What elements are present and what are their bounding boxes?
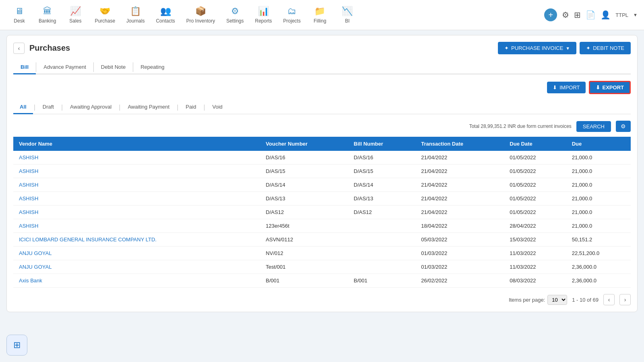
cell-5: 21,000.0 bbox=[566, 178, 631, 192]
vendor-cell: ASHISH bbox=[13, 151, 260, 165]
cell-2 bbox=[348, 247, 415, 260]
table-row: ASHISHD/AS/13D/AS/1321/04/202201/05/2022… bbox=[13, 192, 631, 206]
cell-5: 50,151.2 bbox=[566, 233, 631, 247]
settings-icon: ⚙ bbox=[231, 6, 239, 16]
vendor-link[interactable]: ASHISH bbox=[19, 195, 38, 202]
prev-page-button[interactable]: ‹ bbox=[603, 294, 615, 305]
cell-2: D/AS/13 bbox=[348, 192, 415, 206]
nav-item-journals[interactable]: 📋Journals bbox=[122, 3, 149, 27]
search-button[interactable]: SEARCH bbox=[576, 121, 611, 132]
reports-label: Reports bbox=[255, 18, 272, 24]
vendor-link[interactable]: ASHISH bbox=[19, 154, 38, 160]
main-content: ‹ Purchases ✦ PURCHASE INVOICE ▼ ✦ DEBIT… bbox=[6, 35, 638, 312]
cell-2: B/001 bbox=[348, 274, 415, 288]
nav-item-settings[interactable]: ⚙Settings bbox=[221, 3, 248, 27]
purchase-icon: 🤝 bbox=[99, 6, 110, 16]
nav-item-sales[interactable]: 📈Sales bbox=[62, 3, 88, 27]
next-page-button[interactable]: › bbox=[619, 294, 631, 305]
nav-item-banking[interactable]: 🏛Banking bbox=[34, 3, 61, 27]
cell-2 bbox=[348, 219, 415, 233]
table-row: ANJU GOYALNV/01201/03/202211/03/202222,5… bbox=[13, 247, 631, 260]
per-page-select[interactable]: 10 25 50 bbox=[547, 295, 567, 305]
filter-tab-all[interactable]: All bbox=[13, 101, 33, 114]
tab-advance_payment[interactable]: Advance Payment bbox=[36, 61, 93, 74]
nav-item-purchase[interactable]: 🤝Purchase bbox=[90, 3, 120, 27]
vendor-link[interactable]: ASHISH bbox=[19, 182, 38, 188]
cell-5: 22,51,200.0 bbox=[566, 247, 631, 260]
debit-note-button[interactable]: ✦ DEBIT NOTE bbox=[580, 42, 631, 54]
page-info: 1 - 10 of 69 bbox=[572, 297, 599, 303]
nav-item-projects[interactable]: 🗂Projects bbox=[279, 3, 305, 27]
tab-repeating[interactable]: Repeating bbox=[133, 61, 171, 74]
back-button[interactable]: ‹ bbox=[13, 43, 25, 54]
table-row: ANJU GOYALTest/00101/03/202211/03/20222,… bbox=[13, 260, 631, 274]
contacts-icon: 👥 bbox=[160, 6, 171, 16]
nav-item-bi[interactable]: 📉BI bbox=[334, 3, 360, 27]
add-button[interactable]: + bbox=[544, 8, 557, 21]
nav-item-reports[interactable]: 📊Reports bbox=[250, 3, 277, 27]
contacts-label: Contacts bbox=[156, 18, 175, 24]
doc-icon[interactable]: 📄 bbox=[586, 10, 596, 20]
nav-item-contacts[interactable]: 👥Contacts bbox=[151, 3, 180, 27]
vendor-link[interactable]: Axis Bank bbox=[19, 278, 42, 284]
pro_inventory-icon: 📦 bbox=[195, 6, 206, 16]
export-button[interactable]: ⬇ EXPORT bbox=[589, 81, 631, 94]
vendor-link[interactable]: ANJU GOYAL bbox=[19, 250, 52, 256]
company-name[interactable]: TTPL bbox=[615, 12, 628, 18]
vendor-link[interactable]: ASHISH bbox=[19, 223, 38, 229]
purchase-invoice-button[interactable]: ✦ PURCHASE INVOICE ▼ bbox=[498, 42, 576, 54]
bills-table: Vendor NameVoucher NumberBill NumberTran… bbox=[13, 137, 631, 288]
filter-divider-1: | bbox=[33, 104, 36, 111]
nav-item-pro_inventory[interactable]: 📦Pro Inventory bbox=[182, 3, 220, 27]
nav-item-desk[interactable]: 🖥Desk bbox=[6, 3, 32, 27]
filter-divider-4: | bbox=[176, 104, 179, 111]
cell-1: 123er456t bbox=[260, 219, 348, 233]
items-per-page-label: Items per page: bbox=[509, 297, 545, 303]
main-tabs: BillAdvance PaymentDebit NoteRepeating bbox=[13, 61, 631, 74]
tab-bill[interactable]: Bill bbox=[13, 61, 36, 74]
sales-icon: 📈 bbox=[70, 6, 81, 16]
company-dropdown-arrow[interactable]: ▼ bbox=[633, 12, 638, 17]
filter-tab-awaiting_payment[interactable]: Awaiting Payment bbox=[121, 101, 176, 114]
cell-4: 01/05/2022 bbox=[504, 151, 566, 165]
filter-tab-paid[interactable]: Paid bbox=[179, 101, 202, 114]
cell-3: 05/03/2022 bbox=[415, 233, 504, 247]
page-header-left: ‹ Purchases bbox=[13, 43, 70, 54]
cell-3: 18/04/2022 bbox=[415, 219, 504, 233]
nav-item-filling[interactable]: 📁Filling bbox=[307, 3, 333, 27]
cell-3: 21/04/2022 bbox=[415, 178, 504, 192]
table-row: Axis BankB/001B/00126/02/202208/03/20222… bbox=[13, 274, 631, 288]
vendor-link[interactable]: ICICI LOMBARD GENERAL INSURANCE COMPANY … bbox=[19, 237, 157, 243]
vendor-link[interactable]: ASHISH bbox=[19, 168, 38, 174]
nav-right: + ⚙ ⊞ 📄 👤 TTPL ▼ bbox=[544, 8, 638, 21]
filter-tab-draft[interactable]: Draft bbox=[36, 101, 60, 114]
cell-3: 01/03/2022 bbox=[415, 247, 504, 260]
cell-1: NV/012 bbox=[260, 247, 348, 260]
filter-tab-awaiting_approval[interactable]: Awaiting Approval bbox=[64, 101, 118, 114]
table-row: ASHISH123er456t18/04/202228/04/202221,00… bbox=[13, 219, 631, 233]
vendor-link[interactable]: ANJU GOYAL bbox=[19, 264, 52, 270]
settings-icon[interactable]: ⚙ bbox=[562, 10, 569, 20]
gear-settings-button[interactable]: ⚙ bbox=[616, 121, 631, 132]
vendor-cell: ASHISH bbox=[13, 206, 260, 219]
cell-5: 21,000.0 bbox=[566, 165, 631, 178]
cell-2 bbox=[348, 260, 415, 274]
cell-4: 01/05/2022 bbox=[504, 178, 566, 192]
journals-icon: 📋 bbox=[130, 6, 141, 16]
table-header: Vendor NameVoucher NumberBill NumberTran… bbox=[13, 137, 631, 151]
cell-1: D/AS/13 bbox=[260, 192, 348, 206]
cell-3: 01/03/2022 bbox=[415, 260, 504, 274]
table-row: ASHISHD/AS12D/AS1221/04/202201/05/202221… bbox=[13, 206, 631, 219]
vendor-cell: ANJU GOYAL bbox=[13, 260, 260, 274]
import-button[interactable]: ⬇ IMPORT bbox=[547, 82, 585, 93]
grid-icon[interactable]: ⊞ bbox=[574, 10, 581, 20]
col-due: Due bbox=[566, 137, 631, 151]
filling-icon: 📁 bbox=[314, 6, 325, 16]
tab-debit_note[interactable]: Debit Note bbox=[94, 61, 133, 74]
cell-2: D/AS12 bbox=[348, 206, 415, 219]
filter-tab-void[interactable]: Void bbox=[206, 101, 229, 114]
projects-icon: 🗂 bbox=[287, 6, 296, 16]
vendor-link[interactable]: ASHISH bbox=[19, 209, 38, 215]
cell-2 bbox=[348, 233, 415, 247]
vendor-cell: ASHISH bbox=[13, 192, 260, 206]
